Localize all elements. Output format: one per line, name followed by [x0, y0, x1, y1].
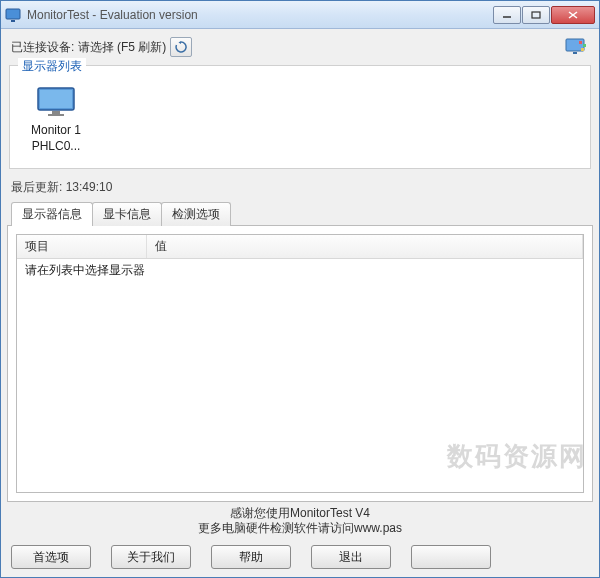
monitor-code: PHLC0...	[24, 139, 88, 153]
svg-rect-9	[583, 44, 586, 47]
table-header: 项目 值	[17, 235, 583, 259]
close-button[interactable]	[551, 6, 595, 24]
monitor-icon	[36, 86, 76, 118]
svg-rect-0	[6, 9, 20, 19]
th-item[interactable]: 项目	[17, 235, 147, 258]
maximize-button[interactable]	[522, 6, 550, 24]
info-table: 项目 值 请在列表中选择显示器	[16, 234, 584, 493]
tab-panel: 项目 值 请在列表中选择显示器	[7, 225, 593, 502]
monitor-list-group: 显示器列表 Monitor 1 PHLC0...	[9, 65, 591, 169]
prefs-button[interactable]: 首选项	[11, 545, 91, 569]
svg-rect-7	[573, 52, 577, 54]
svg-rect-10	[581, 48, 584, 51]
tab-monitor-info[interactable]: 显示器信息	[11, 202, 93, 226]
last-update-row: 最后更新: 13:49:10	[7, 175, 593, 202]
svg-rect-1	[11, 20, 15, 22]
table-message: 请在列表中选择显示器	[25, 262, 155, 279]
window-controls	[492, 6, 595, 24]
titlebar: MonitorTest - Evaluation version	[1, 1, 599, 29]
monitor-item[interactable]: Monitor 1 PHLC0...	[24, 86, 88, 154]
monitor-list-legend: 显示器列表	[18, 58, 86, 75]
button-row: 首选项 关于我们 帮助 退出	[7, 543, 593, 571]
last-update-time: 13:49:10	[66, 180, 113, 194]
svg-rect-8	[579, 41, 582, 44]
table-row: 请在列表中选择显示器	[17, 261, 583, 280]
help-button[interactable]: 帮助	[211, 545, 291, 569]
monitor-test-icon	[565, 38, 589, 56]
extra-button[interactable]	[411, 545, 491, 569]
footer-line1: 感谢您使用MonitorTest V4	[7, 506, 593, 522]
connected-devices-label: 已连接设备: 请选择 (F5 刷新)	[11, 39, 166, 56]
minimize-button[interactable]	[493, 6, 521, 24]
window-title: MonitorTest - Evaluation version	[27, 8, 492, 22]
tab-strip: 显示器信息 显卡信息 检测选项	[11, 202, 593, 226]
tab-test-options[interactable]: 检测选项	[161, 202, 231, 226]
th-value[interactable]: 值	[147, 235, 583, 258]
last-update-label: 最后更新:	[11, 180, 62, 194]
svg-rect-13	[52, 111, 60, 114]
svg-rect-12	[40, 90, 72, 108]
about-button[interactable]: 关于我们	[111, 545, 191, 569]
table-body: 请在列表中选择显示器	[17, 259, 583, 492]
footer-text: 感谢您使用MonitorTest V4 更多电脑硬件检测软件请访问www.pas	[7, 502, 593, 543]
app-icon	[5, 7, 21, 23]
monitor-list: Monitor 1 PHLC0...	[20, 82, 580, 158]
refresh-button[interactable]	[170, 37, 192, 57]
app-window: MonitorTest - Evaluation version 已连接设备: …	[0, 0, 600, 578]
monitor-name: Monitor 1	[24, 123, 88, 137]
window-content: 已连接设备: 请选择 (F5 刷新) 显示器列表	[1, 29, 599, 577]
svg-rect-14	[48, 114, 64, 116]
exit-button[interactable]: 退出	[311, 545, 391, 569]
footer-line2: 更多电脑硬件检测软件请访问www.pas	[7, 521, 593, 537]
svg-rect-3	[532, 12, 540, 18]
toolbar: 已连接设备: 请选择 (F5 刷新)	[7, 35, 593, 63]
tab-gpu-info[interactable]: 显卡信息	[92, 202, 162, 226]
